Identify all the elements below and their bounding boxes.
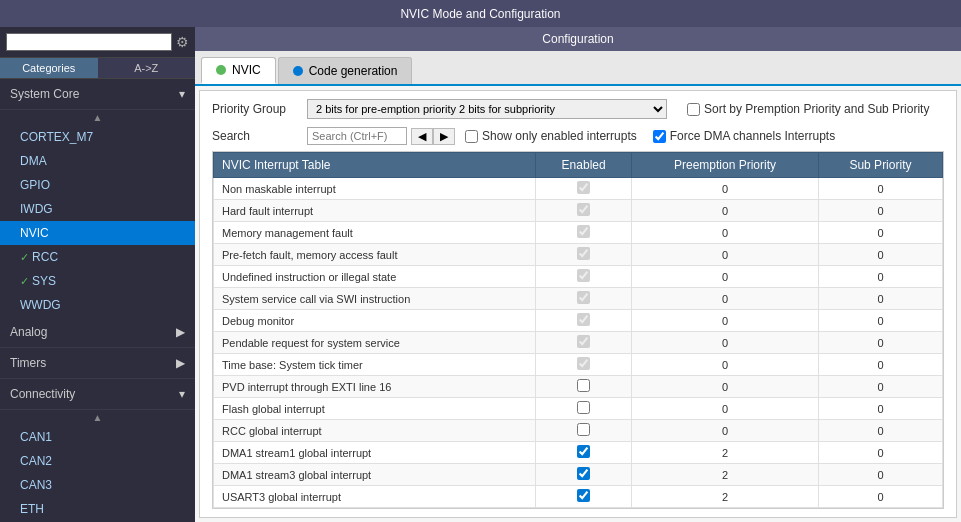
- sub-priority-cell: 0: [818, 420, 942, 442]
- force-dma-checkbox[interactable]: [653, 130, 666, 143]
- tab-dot-code-gen: [293, 66, 303, 76]
- sidebar-section-connectivity: Connectivity ▾ ▲ CAN1 CAN2 CAN3 ETH FMC: [0, 379, 195, 522]
- sidebar-section-analog: Analog ▶: [0, 317, 195, 348]
- interrupt-name: System service call via SWI instruction: [214, 288, 536, 310]
- enabled-cell: [536, 288, 632, 310]
- preemption-priority-cell: 0: [632, 178, 819, 200]
- enabled-checkbox[interactable]: [577, 467, 590, 480]
- main-content: Configuration NVIC Code generation Prior…: [195, 27, 961, 522]
- sidebar-item-sys[interactable]: SYS: [0, 269, 195, 293]
- tab-code-generation[interactable]: Code generation: [278, 57, 413, 84]
- enabled-checkbox[interactable]: [577, 445, 590, 458]
- show-enabled-label: Show only enabled interrupts: [465, 129, 637, 143]
- preemption-priority-cell: 0: [632, 266, 819, 288]
- preemption-priority-cell: 0: [632, 244, 819, 266]
- table-row: RCC global interrupt00: [214, 420, 943, 442]
- scroll-up-arrow[interactable]: ▲: [0, 110, 195, 125]
- sidebar-search-input[interactable]: [6, 33, 172, 51]
- table-row: Pre-fetch fault, memory access fault00: [214, 244, 943, 266]
- sidebar-item-gpio[interactable]: GPIO: [0, 173, 195, 197]
- sidebar-item-can2[interactable]: CAN2: [0, 449, 195, 473]
- chevron-right-icon-timers: ▶: [176, 356, 185, 370]
- enabled-checkbox[interactable]: [577, 401, 590, 414]
- enabled-cell: [536, 398, 632, 420]
- sidebar-item-dma[interactable]: DMA: [0, 149, 195, 173]
- sidebar-tab-categories[interactable]: Categories: [0, 58, 98, 78]
- enabled-checkbox[interactable]: [577, 489, 590, 502]
- tab-nvic[interactable]: NVIC: [201, 57, 276, 84]
- enabled-checkbox[interactable]: [577, 423, 590, 436]
- chevron-down-icon-system-core: ▾: [179, 87, 185, 101]
- enabled-checkbox[interactable]: [577, 225, 590, 238]
- sidebar-item-nvic[interactable]: NVIC: [0, 221, 195, 245]
- sort-checkbox[interactable]: [687, 103, 700, 116]
- table-row: Debug monitor00: [214, 310, 943, 332]
- interrupt-name: Debug monitor: [214, 310, 536, 332]
- priority-group-label: Priority Group: [212, 102, 307, 116]
- chevron-down-icon-connectivity: ▾: [179, 387, 185, 401]
- enabled-checkbox[interactable]: [577, 181, 590, 194]
- app-container: NVIC Mode and Configuration ⚙ Categories…: [0, 0, 961, 522]
- sidebar-section-header-system-core[interactable]: System Core ▾: [0, 79, 195, 110]
- enabled-cell: [536, 376, 632, 398]
- enabled-cell: [536, 244, 632, 266]
- enabled-checkbox[interactable]: [577, 313, 590, 326]
- sidebar-search-area: ⚙: [0, 27, 195, 58]
- interrupt-name: USART3 global interrupt: [214, 486, 536, 508]
- tabs-bar: NVIC Code generation: [195, 51, 961, 86]
- sub-priority-cell: 0: [818, 486, 942, 508]
- sidebar-item-iwdg[interactable]: IWDG: [0, 197, 195, 221]
- enabled-cell: [536, 442, 632, 464]
- search-row: Search ◀ ▶ Show only enabled interrupts …: [212, 127, 944, 145]
- show-only-enabled-checkbox[interactable]: [465, 130, 478, 143]
- table-row: PVD interrupt through EXTI line 1600: [214, 376, 943, 398]
- sidebar-item-eth[interactable]: ETH: [0, 497, 195, 521]
- preemption-priority-cell: 2: [632, 486, 819, 508]
- preemption-priority-cell: 0: [632, 398, 819, 420]
- config-area: Priority Group 2 bits for pre-emption pr…: [199, 90, 957, 518]
- gear-icon[interactable]: ⚙: [176, 34, 189, 50]
- interrupt-name: FPU global interrupt: [214, 508, 536, 510]
- scroll-up-arrow-conn[interactable]: ▲: [0, 410, 195, 425]
- sidebar-item-rcc[interactable]: RCC: [0, 245, 195, 269]
- interrupt-name: Pre-fetch fault, memory access fault: [214, 244, 536, 266]
- preemption-priority-cell: 0: [632, 222, 819, 244]
- interrupt-name: Undefined instruction or illegal state: [214, 266, 536, 288]
- interrupt-name: RCC global interrupt: [214, 420, 536, 442]
- interrupt-name: Pendable request for system service: [214, 332, 536, 354]
- sidebar-item-wwdg[interactable]: WWDG: [0, 293, 195, 317]
- table-row: Pendable request for system service00: [214, 332, 943, 354]
- title-label: NVIC Mode and Configuration: [400, 7, 560, 21]
- sidebar-item-can1[interactable]: CAN1: [0, 425, 195, 449]
- search-prev-button[interactable]: ◀: [411, 128, 433, 145]
- sidebar-section-header-connectivity[interactable]: Connectivity ▾: [0, 379, 195, 410]
- interrupt-name: Non maskable interrupt: [214, 178, 536, 200]
- enabled-checkbox[interactable]: [577, 357, 590, 370]
- table-row: DMA1 stream3 global interrupt20: [214, 464, 943, 486]
- priority-group-row: Priority Group 2 bits for pre-emption pr…: [212, 99, 944, 119]
- enabled-checkbox[interactable]: [577, 247, 590, 260]
- preemption-priority-cell: 0: [632, 310, 819, 332]
- sub-priority-cell: 0: [818, 288, 942, 310]
- sidebar-section-header-timers[interactable]: Timers ▶: [0, 348, 195, 379]
- sidebar-item-cortex-m7[interactable]: CORTEX_M7: [0, 125, 195, 149]
- enabled-cell: [536, 200, 632, 222]
- search-input[interactable]: [307, 127, 407, 145]
- sidebar-tab-az[interactable]: A->Z: [98, 58, 196, 78]
- enabled-checkbox[interactable]: [577, 335, 590, 348]
- sidebar-section-header-analog[interactable]: Analog ▶: [0, 317, 195, 348]
- enabled-checkbox[interactable]: [577, 291, 590, 304]
- sidebar-section-system-core: System Core ▾ ▲ CORTEX_M7 DMA GPIO IWDG …: [0, 79, 195, 317]
- sub-priority-cell: 0: [818, 266, 942, 288]
- search-next-button[interactable]: ▶: [433, 128, 455, 145]
- table-row: FPU global interrupt00: [214, 508, 943, 510]
- chevron-right-icon-analog: ▶: [176, 325, 185, 339]
- enabled-checkbox[interactable]: [577, 379, 590, 392]
- enabled-checkbox[interactable]: [577, 203, 590, 216]
- tab-dot-nvic: [216, 65, 226, 75]
- sidebar-item-can3[interactable]: CAN3: [0, 473, 195, 497]
- enabled-cell: [536, 486, 632, 508]
- priority-group-select[interactable]: 2 bits for pre-emption priority 2 bits f…: [307, 99, 667, 119]
- enabled-checkbox[interactable]: [577, 269, 590, 282]
- sidebar-section-label-timers: Timers: [10, 356, 46, 370]
